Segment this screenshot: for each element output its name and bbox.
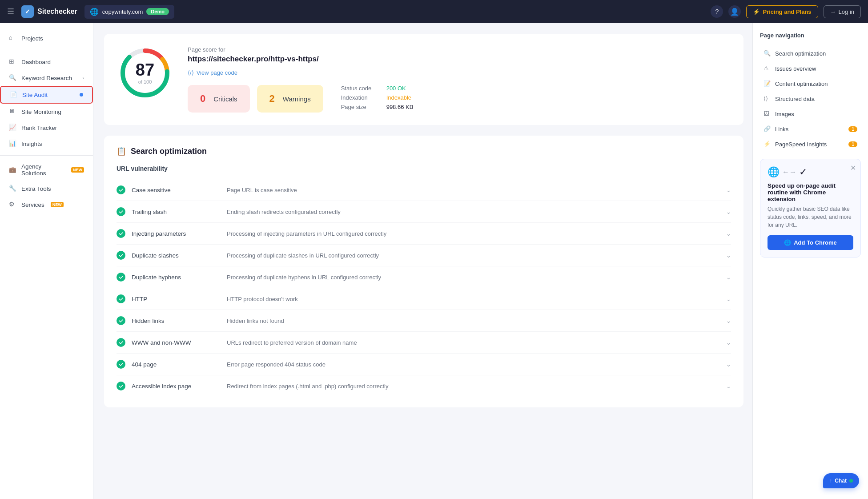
check-desc: Processing of injecting parameters in UR… xyxy=(227,230,720,237)
score-section: 87 of 100 Page score for https://siteche… xyxy=(104,34,743,125)
briefcase-icon: 💼 xyxy=(9,166,17,174)
nav-label: PageSpeed Insights xyxy=(775,141,827,148)
sidebar-item-services[interactable]: ⚙ Services NEW xyxy=(0,197,93,213)
indexation-row: Indexation Indexable xyxy=(341,94,414,101)
right-panel: Page navigation 🔍 Search optimization ⚠ … xyxy=(752,23,868,499)
check-name: WWW and non-WWW xyxy=(132,339,221,346)
trending-up-icon: 📈 xyxy=(9,124,17,132)
image-nav-icon: 🖼 xyxy=(764,110,771,117)
settings-icon: ⚙ xyxy=(9,201,17,209)
check-row[interactable]: WWW and non-WWW URLs redirect to preferr… xyxy=(117,332,731,354)
hamburger-icon[interactable]: ☰ xyxy=(7,7,14,16)
close-button[interactable]: ✕ xyxy=(850,164,856,172)
check-success-icon xyxy=(117,360,125,369)
chevron-right-icon: › xyxy=(82,75,84,80)
main-content: 87 of 100 Page score for https://siteche… xyxy=(93,23,868,499)
chat-button[interactable]: ↑ Chat xyxy=(823,473,859,488)
check-row[interactable]: Duplicate hyphens Processing of duplicat… xyxy=(117,266,731,288)
search-icon: 🔍 xyxy=(9,74,17,82)
check-desc: Page URL is case sensitive xyxy=(227,187,720,193)
nav-label: Search optimization xyxy=(775,50,826,57)
nav-item-links[interactable]: 🔗 Links 1 xyxy=(760,121,861,137)
search-nav-icon: 🔍 xyxy=(764,50,771,57)
logo-icon: ✓ xyxy=(21,5,34,18)
check-row[interactable]: Hidden links Hidden links not found ⌄ xyxy=(117,310,731,332)
page-size-val: 998.66 KB xyxy=(386,104,414,110)
site-selector[interactable]: 🌐 copywritely.com Demo xyxy=(84,5,174,19)
user-add-icon[interactable]: 👤 xyxy=(728,5,741,18)
nav-item-search-optimization[interactable]: 🔍 Search optimization xyxy=(760,46,861,61)
login-icon: → xyxy=(830,8,836,15)
sidebar-item-agency-solutions[interactable]: 💼 Agency Solutions NEW xyxy=(0,159,93,181)
nav-item-images[interactable]: 🖼 Images xyxy=(760,106,861,121)
score-url: https://sitechecker.pro/http-vs-https/ xyxy=(188,55,729,64)
check-row[interactable]: Trailing slash Ending slash redirects co… xyxy=(117,201,731,223)
sidebar-item-projects[interactable]: ⌂ Projects xyxy=(0,30,93,46)
alert-nav-icon: ⚠ xyxy=(764,65,771,72)
sidebar-item-dashboard[interactable]: ⊞ Dashboard xyxy=(0,54,93,70)
sidebar-item-rank-tracker[interactable]: 📈 Rank Tracker xyxy=(0,120,93,136)
sidebar: ⌂ Projects ⊞ Dashboard 🔍 Keyword Researc… xyxy=(0,23,93,499)
demo-badge: Demo xyxy=(146,8,169,15)
check-desc: Processing of duplicate slashes in URL c… xyxy=(227,252,720,259)
nav-item-structured-data[interactable]: ⟨⟩ Structured data xyxy=(760,91,861,106)
check-row[interactable]: Accessible index page Redirect from inde… xyxy=(117,375,731,397)
check-success-icon xyxy=(117,207,125,216)
links-badge: 1 xyxy=(848,126,857,132)
nav-label: Links xyxy=(775,126,788,133)
sidebar-item-keyword-research[interactable]: 🔍 Keyword Research › xyxy=(0,70,93,86)
nav-item-pagespeed[interactable]: ⚡ PageSpeed Insights 1 xyxy=(760,137,861,152)
check-row[interactable]: HTTP HTTP protocol doesn't work ⌄ xyxy=(117,288,731,310)
view-code-button[interactable]: ⟨/⟩ View page code xyxy=(188,69,237,76)
check-desc: Redirect from index pages (.html and .ph… xyxy=(227,383,720,390)
active-dot xyxy=(80,93,83,97)
checks-list: Case sensitive Page URL is case sensitiv… xyxy=(117,179,731,397)
check-name: 404 page xyxy=(132,361,221,368)
check-success-icon xyxy=(117,251,125,260)
check-row[interactable]: Case sensitive Page URL is case sensitiv… xyxy=(117,179,731,201)
warnings-label: Warnings xyxy=(283,95,311,103)
check-success-icon xyxy=(117,316,125,325)
nav-item-content-optimization[interactable]: 📝 Content optimization xyxy=(760,76,861,91)
chat-label: Chat xyxy=(835,478,847,484)
login-button[interactable]: → Log in xyxy=(824,5,861,18)
check-row[interactable]: Injecting parameters Processing of injec… xyxy=(117,223,731,245)
new-badge-services: NEW xyxy=(51,202,64,207)
check-success-icon xyxy=(117,382,125,390)
add-to-chrome-button[interactable]: 🌐 Add To Chrome xyxy=(768,235,853,250)
code-nav-icon: ⟨⟩ xyxy=(764,95,771,102)
chrome-card-icons: 🌐 ←→ ✓ xyxy=(768,166,853,178)
nav-label: Content optimization xyxy=(775,80,828,87)
sidebar-item-label: Services xyxy=(21,201,44,208)
sidebar-item-label: Rank Tracker xyxy=(21,125,57,131)
check-row[interactable]: 404 page Error page responded 404 status… xyxy=(117,354,731,375)
criticals-count: 0 xyxy=(200,93,205,105)
file-nav-icon: 📝 xyxy=(764,80,771,87)
section-header: 📋 Search optimization xyxy=(117,146,731,156)
check-row[interactable]: Duplicate slashes Processing of duplicat… xyxy=(117,245,731,266)
connector-icon: ←→ xyxy=(782,168,796,176)
chrome-extension-card: ✕ 🌐 ←→ ✓ Speed up on-page audit routine … xyxy=(760,159,861,258)
check-desc: Ending slash redirects configurated corr… xyxy=(227,209,720,215)
score-for-label: Page score for xyxy=(188,46,729,53)
tool-icon: 🔧 xyxy=(9,185,17,193)
nav-item-issues-overview[interactable]: ⚠ Issues overview xyxy=(760,61,861,76)
check-name: Injecting parameters xyxy=(132,230,221,237)
new-badge: NEW xyxy=(71,167,84,173)
check-success-icon xyxy=(117,294,125,303)
current-site: copywritely.com xyxy=(102,8,143,15)
sidebar-item-site-monitoring[interactable]: 🖥 Site Monitoring xyxy=(0,104,93,120)
page-size-key: Page size xyxy=(341,104,381,110)
sidebar-item-extra-tools[interactable]: 🔧 Extra Tools xyxy=(0,181,93,197)
sidebar-item-site-audit[interactable]: 📄 Site Audit xyxy=(0,86,93,104)
indexation-val: Indexable xyxy=(386,94,411,101)
sidebar-item-insights[interactable]: 📊 Insights xyxy=(0,136,93,152)
help-icon[interactable]: ? xyxy=(711,5,723,18)
page-size-row: Page size 998.66 KB xyxy=(341,104,414,110)
chevron-up-icon: ↑ xyxy=(829,478,832,484)
check-name: Case sensitive xyxy=(132,187,221,193)
check-desc: HTTP protocol doesn't work xyxy=(227,296,720,302)
check-success-icon xyxy=(117,229,125,238)
pricing-button[interactable]: ⚡ Pricing and Plans xyxy=(746,5,818,18)
top-nav: ☰ ✓ Sitechecker 🌐 copywritely.com Demo ?… xyxy=(0,0,868,23)
